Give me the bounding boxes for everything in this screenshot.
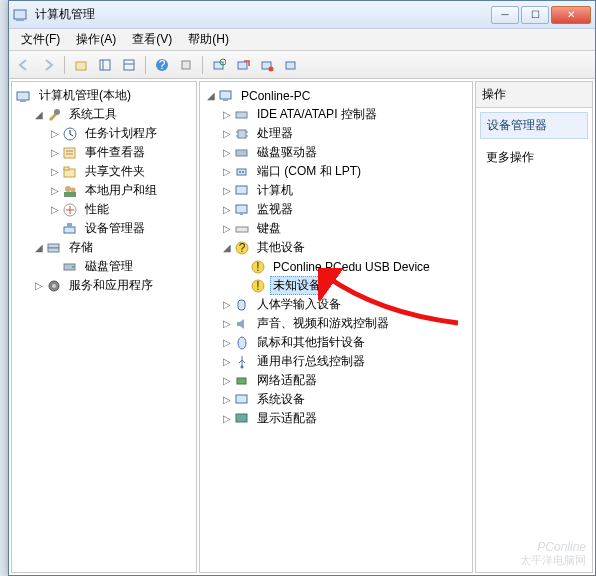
expand-icon[interactable]: ▷ <box>220 185 234 196</box>
expand-icon[interactable]: ▷ <box>220 109 234 120</box>
svg-rect-38 <box>223 99 228 101</box>
menu-help[interactable]: 帮助(H) <box>180 29 237 50</box>
collapse-icon[interactable]: ◢ <box>32 109 46 120</box>
display-icon <box>234 411 250 427</box>
collapse-icon[interactable]: ◢ <box>204 90 218 101</box>
ide-icon <box>234 107 250 123</box>
expand-icon[interactable]: ▷ <box>220 147 234 158</box>
svg-point-48 <box>242 171 244 173</box>
tb-btn-3[interactable] <box>118 54 140 76</box>
usb-node[interactable]: ▷通用串行总线控制器 <box>218 352 470 371</box>
usb-icon <box>234 354 250 370</box>
shared-node[interactable]: ▷共享文件夹 <box>46 162 194 181</box>
users-node[interactable]: ▷本地用户和组 <box>46 181 194 200</box>
services-icon <box>46 278 62 294</box>
display-node[interactable]: ▷显示适配器 <box>218 409 470 428</box>
dev-mgr-node[interactable]: ▷设备管理器 <box>46 219 194 238</box>
svg-rect-62 <box>237 378 246 384</box>
tb-btn-2[interactable] <box>94 54 116 76</box>
menu-action[interactable]: 操作(A) <box>68 29 124 50</box>
toolbar-sep <box>202 56 203 74</box>
svg-rect-24 <box>64 167 69 170</box>
window: 计算机管理 ─ ☐ ✕ 文件(F) 操作(A) 查看(V) 帮助(H) ? <box>8 0 596 576</box>
expand-icon[interactable]: ▷ <box>220 413 234 424</box>
pc-root[interactable]: ◢PConline-PC <box>202 86 470 105</box>
expand-icon[interactable]: ▷ <box>48 166 62 177</box>
svg-rect-0 <box>14 10 26 19</box>
computer-node[interactable]: ▷计算机 <box>218 181 470 200</box>
sysdev-node[interactable]: ▷系统设备 <box>218 390 470 409</box>
disk-mgmt-node[interactable]: ▷磁盘管理 <box>46 257 194 276</box>
svg-rect-27 <box>64 192 76 197</box>
expand-icon[interactable]: ▷ <box>220 299 234 310</box>
collapse-icon[interactable]: ◢ <box>32 242 46 253</box>
expand-icon[interactable]: ▷ <box>48 128 62 139</box>
svg-rect-9 <box>182 61 190 69</box>
collapse-icon[interactable]: ◢ <box>220 242 234 253</box>
task-sched-node[interactable]: ▷任务计划程序 <box>46 124 194 143</box>
tb-btn-7[interactable] <box>232 54 254 76</box>
expand-icon[interactable]: ▷ <box>220 394 234 405</box>
tb-btn-5[interactable] <box>175 54 197 76</box>
cpu-node[interactable]: ▷处理器 <box>218 124 470 143</box>
port-node[interactable]: ▷端口 (COM 和 LPT) <box>218 162 470 181</box>
expand-icon[interactable]: ▷ <box>220 318 234 329</box>
help-button[interactable]: ? <box>151 54 173 76</box>
warn-icon: ! <box>250 259 266 275</box>
toolbar: ? <box>9 51 595 79</box>
expand-icon[interactable]: ▷ <box>220 166 234 177</box>
expand-icon[interactable]: ▷ <box>220 337 234 348</box>
svg-rect-32 <box>48 248 59 252</box>
tb-btn-8[interactable] <box>256 54 278 76</box>
maximize-button[interactable]: ☐ <box>521 6 549 24</box>
tree-root[interactable]: 计算机管理(本地) <box>14 86 194 105</box>
expand-icon[interactable]: ▷ <box>220 128 234 139</box>
expand-icon[interactable]: ▷ <box>220 356 234 367</box>
mouse-node[interactable]: ▷鼠标和其他指针设备 <box>218 333 470 352</box>
device-tree: ◢PConline-PC ▷IDE ATA/ATAPI 控制器 ▷处理器 ▷磁盘… <box>200 82 472 432</box>
tb-btn-1[interactable] <box>70 54 92 76</box>
unknown-node[interactable]: ▷!未知设备 <box>234 276 470 295</box>
expand-icon[interactable]: ▷ <box>48 185 62 196</box>
tb-btn-9[interactable] <box>280 54 302 76</box>
network-icon <box>234 373 250 389</box>
expand-icon[interactable]: ▷ <box>48 147 62 158</box>
actions-header: 操作 <box>476 82 592 108</box>
expand-icon[interactable]: ▷ <box>220 375 234 386</box>
device-pane: ◢PConline-PC ▷IDE ATA/ATAPI 控制器 ▷处理器 ▷磁盘… <box>199 81 473 573</box>
other-node[interactable]: ◢?其他设备 <box>218 238 470 257</box>
tb-scan-button[interactable] <box>208 54 230 76</box>
event-icon <box>62 145 78 161</box>
back-button[interactable] <box>13 54 35 76</box>
actions-section[interactable]: 设备管理器 <box>480 112 588 139</box>
ide-node[interactable]: ▷IDE ATA/ATAPI 控制器 <box>218 105 470 124</box>
event-viewer-node[interactable]: ▷事件查看器 <box>46 143 194 162</box>
pcedu-node[interactable]: ▷!PConline PCedu USB Device <box>234 257 470 276</box>
more-actions[interactable]: 更多操作 <box>476 143 592 172</box>
hid-node[interactable]: ▷人体学输入设备 <box>218 295 470 314</box>
services-node[interactable]: ▷服务和应用程序 <box>30 276 194 295</box>
svg-rect-63 <box>236 395 247 403</box>
keyboard-node[interactable]: ▷键盘 <box>218 219 470 238</box>
svg-rect-12 <box>238 62 247 69</box>
sound-node[interactable]: ▷声音、视频和游戏控制器 <box>218 314 470 333</box>
svg-point-36 <box>52 284 56 288</box>
expand-icon[interactable]: ▷ <box>32 280 46 291</box>
minimize-button[interactable]: ─ <box>491 6 519 24</box>
forward-button[interactable] <box>37 54 59 76</box>
menu-view[interactable]: 查看(V) <box>124 29 180 50</box>
close-button[interactable]: ✕ <box>551 6 591 24</box>
monitor-node[interactable]: ▷监视器 <box>218 200 470 219</box>
clock-icon <box>62 126 78 142</box>
menu-file[interactable]: 文件(F) <box>13 29 68 50</box>
expand-icon[interactable]: ▷ <box>220 223 234 234</box>
expand-icon[interactable]: ▷ <box>48 204 62 215</box>
diskdrv-node[interactable]: ▷磁盘驱动器 <box>218 143 470 162</box>
perf-node[interactable]: ▷性能 <box>46 200 194 219</box>
storage-node[interactable]: ◢ 存储 <box>30 238 194 257</box>
network-node[interactable]: ▷网络适配器 <box>218 371 470 390</box>
expand-icon[interactable]: ▷ <box>220 204 234 215</box>
svg-text:!: ! <box>256 260 259 274</box>
sys-tools-node[interactable]: ◢ 系统工具 <box>30 105 194 124</box>
svg-rect-5 <box>124 60 134 70</box>
